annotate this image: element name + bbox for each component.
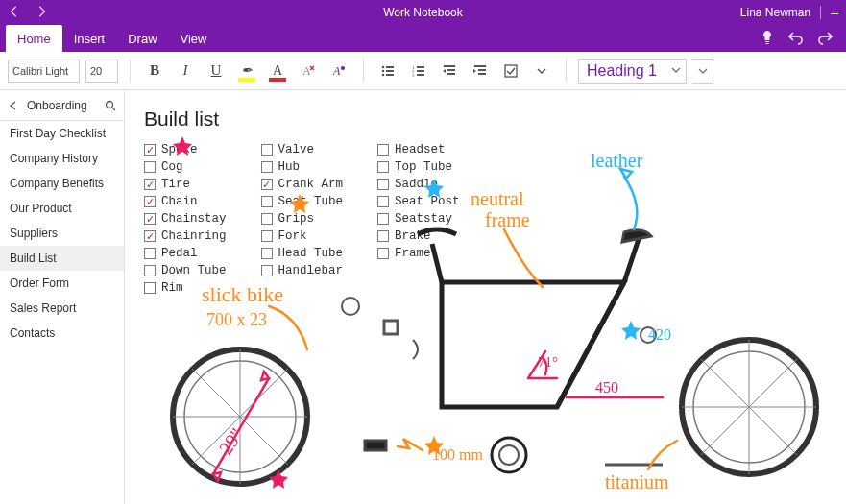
sidebar-page-item[interactable]: Our Product [0, 196, 124, 221]
checkbox-icon[interactable] [144, 230, 156, 242]
svg-rect-4 [386, 66, 394, 68]
sidebar-page-item[interactable]: Suppliers [0, 221, 124, 246]
svg-point-24 [184, 361, 296, 472]
svg-point-2 [341, 66, 345, 70]
sidebar-page-item[interactable]: Sales Report [0, 296, 124, 321]
checklist-item[interactable]: Fork [261, 228, 344, 244]
svg-line-40 [701, 407, 749, 455]
checklist-item[interactable]: Tire [144, 177, 227, 192]
checkbox-icon[interactable] [144, 213, 156, 225]
highlight-button[interactable]: ✒ [234, 59, 259, 84]
back-arrow-icon[interactable] [8, 5, 21, 21]
checkbox-icon[interactable] [261, 179, 273, 190]
checkbox-icon[interactable] [377, 196, 389, 207]
tab-draw[interactable]: Draw [116, 25, 168, 52]
checkbox-icon[interactable] [261, 230, 273, 242]
font-size-input[interactable] [85, 60, 118, 83]
checkbox-icon[interactable] [261, 144, 273, 156]
checkbox-icon[interactable] [144, 265, 156, 276]
forward-arrow-icon[interactable] [35, 5, 48, 21]
sidebar-page-item[interactable]: Contacts [0, 321, 124, 346]
checkbox-icon[interactable] [144, 161, 156, 173]
checklist-item[interactable]: Brake [377, 228, 460, 244]
indent-button[interactable] [468, 59, 493, 84]
font-name-input[interactable] [8, 60, 80, 83]
sidebar-page-item[interactable]: Build List [0, 246, 124, 271]
checklist-item[interactable]: Chainring [144, 228, 227, 244]
svg-text:A: A [332, 64, 341, 78]
numbered-list-button[interactable]: 123 [406, 59, 431, 84]
checkbox-icon[interactable] [377, 144, 389, 156]
tab-view[interactable]: View [169, 25, 219, 52]
sidebar-back-icon[interactable] [6, 101, 21, 110]
search-icon[interactable] [103, 100, 118, 111]
checklist-item[interactable]: Seat Tube [261, 194, 344, 209]
checklist-item[interactable]: Pedal [144, 246, 227, 261]
checkbox-icon[interactable] [377, 213, 389, 225]
svg-point-34 [693, 351, 805, 463]
checklist-item[interactable]: Headset [377, 142, 460, 157]
sidebar-page-item[interactable]: Order Form [0, 271, 124, 296]
user-name[interactable]: Lina Newman [740, 6, 810, 19]
checklist-item[interactable]: Rim [144, 280, 227, 296]
ink-label: 71° [538, 354, 558, 370]
section-name[interactable]: Onboarding [27, 99, 97, 112]
tab-home[interactable]: Home [6, 25, 62, 52]
checklist-item[interactable]: Frame [377, 246, 460, 261]
bold-button[interactable]: B [142, 59, 167, 84]
checkbox-icon[interactable] [144, 248, 156, 259]
checklist-item[interactable]: Seat Post [377, 194, 460, 209]
lightbulb-icon[interactable] [760, 30, 775, 48]
tab-insert[interactable]: Insert [62, 25, 117, 52]
checkbox-icon[interactable] [377, 230, 389, 242]
checkbox-icon[interactable] [261, 213, 273, 225]
sidebar-page-item[interactable]: Company History [0, 146, 124, 171]
checklist-item[interactable]: Head Tube [261, 246, 344, 261]
sidebar-page-item[interactable]: First Day Checklist [0, 121, 124, 146]
page-title[interactable]: Build list [144, 108, 827, 131]
svg-point-23 [173, 349, 307, 484]
styles-gallery-button[interactable] [692, 59, 713, 84]
clear-formatting-button[interactable]: A [296, 59, 321, 84]
styles-select[interactable]: Heading 1 [578, 59, 687, 84]
checkbox-icon[interactable] [377, 161, 389, 173]
checkbox-icon[interactable] [377, 248, 389, 259]
checkbox-icon[interactable] [261, 265, 273, 276]
sidebar-page-item[interactable]: Company Benefits [0, 171, 124, 196]
checklist-item[interactable]: Down Tube [144, 263, 227, 278]
checklist-item[interactable]: Valve [261, 142, 344, 157]
checkbox-icon[interactable] [144, 179, 156, 190]
checklist-item[interactable]: Cog [144, 159, 227, 175]
checklist-item[interactable]: Chain [144, 194, 227, 209]
svg-rect-21 [505, 65, 517, 77]
todo-dropdown-icon[interactable] [529, 59, 554, 84]
window-minimize-icon[interactable]: – [831, 5, 838, 20]
checklist-item[interactable]: Saddle [377, 177, 460, 192]
checklist-item[interactable]: Grips [261, 211, 344, 227]
checkbox-icon[interactable] [261, 196, 273, 207]
todo-tag-button[interactable] [498, 59, 523, 84]
checklist-item[interactable]: Chainstay [144, 211, 227, 227]
checklist-item[interactable]: Top Tube [377, 159, 460, 175]
checklist-item[interactable]: Handlebar [261, 263, 344, 278]
redo-icon[interactable] [817, 30, 833, 48]
checkbox-icon[interactable] [377, 179, 389, 190]
font-color-button[interactable]: A [265, 59, 290, 84]
format-painter-button[interactable]: A [326, 59, 351, 84]
checkbox-icon[interactable] [144, 196, 156, 207]
checkbox-icon[interactable] [261, 161, 273, 173]
italic-button[interactable]: I [173, 59, 198, 84]
checkbox-icon[interactable] [144, 282, 156, 294]
underline-button[interactable]: U [204, 59, 229, 84]
svg-line-45 [557, 282, 624, 407]
outdent-button[interactable] [437, 59, 462, 84]
checkbox-icon[interactable] [261, 248, 273, 259]
checklist-item[interactable]: Spoke [144, 142, 227, 157]
bullet-list-button[interactable] [375, 59, 400, 84]
undo-icon[interactable] [788, 30, 804, 48]
checklist-item[interactable]: Seatstay [377, 211, 460, 227]
checklist-item[interactable]: Hub [261, 159, 344, 175]
checkbox-icon[interactable] [144, 144, 156, 156]
checklist-item[interactable]: Crank Arm [261, 177, 344, 192]
page-canvas[interactable]: Build list SpokeCogTireChainChainstayCha… [125, 90, 846, 504]
